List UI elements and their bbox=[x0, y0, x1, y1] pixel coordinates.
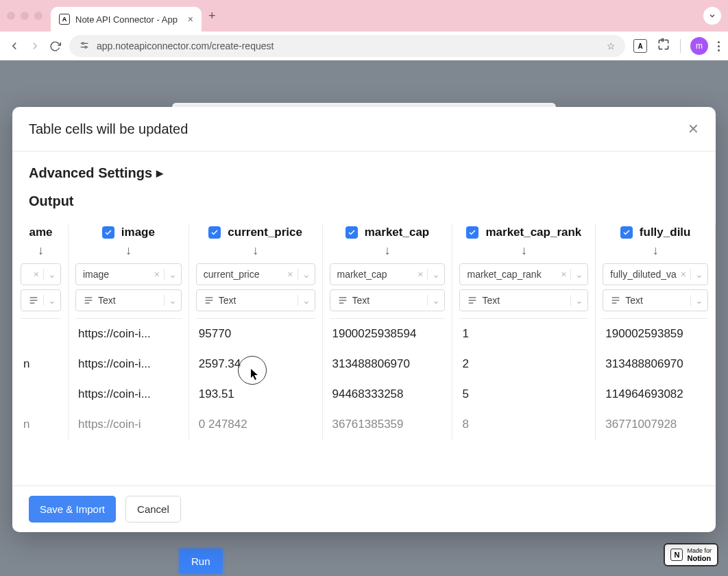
column-data: 1258 bbox=[459, 318, 588, 440]
type-select[interactable]: Text⌄ bbox=[459, 289, 588, 311]
advanced-settings-toggle[interactable]: Advanced Settings ▶ bbox=[29, 165, 699, 181]
new-tab-button[interactable]: + bbox=[208, 9, 216, 23]
chevron-down-icon[interactable]: ⌄ bbox=[427, 269, 440, 280]
chevron-down-icon[interactable]: ⌄ bbox=[43, 295, 56, 306]
close-window-icon[interactable] bbox=[7, 12, 15, 20]
column-checkbox[interactable] bbox=[620, 226, 633, 239]
caret-right-icon: ▶ bbox=[156, 168, 163, 178]
minimize-window-icon[interactable] bbox=[21, 12, 29, 20]
reload-button[interactable] bbox=[49, 40, 61, 52]
table-cell: 1900025938594 bbox=[330, 319, 446, 349]
table-cell: 0 247842 bbox=[196, 409, 315, 440]
advanced-settings-label: Advanced Settings bbox=[29, 165, 152, 181]
chevron-down-icon[interactable]: ⌄ bbox=[164, 269, 177, 280]
clear-icon[interactable]: × bbox=[557, 269, 570, 280]
url-text: app.noteapiconnector.com/create-request bbox=[97, 40, 600, 51]
column-header: current_price bbox=[208, 224, 302, 243]
notion-badge[interactable]: N Made for Notion bbox=[664, 543, 718, 566]
type-select[interactable]: Text⌄ bbox=[21, 289, 61, 311]
svg-rect-4 bbox=[662, 39, 664, 41]
tab-favicon-icon: A bbox=[59, 14, 70, 25]
save-import-button[interactable]: Save & Import bbox=[29, 496, 116, 523]
table-cell: 36771007928 bbox=[603, 409, 708, 440]
table-cell: 114964693082 bbox=[603, 379, 708, 409]
text-type-icon bbox=[28, 295, 39, 306]
page-background: Run N Made for Notion Table cells will b… bbox=[0, 60, 728, 576]
clear-icon[interactable]: × bbox=[677, 269, 690, 280]
output-table[interactable]: ame↓×⌄Text⌄nnimage↓image×⌄Text⌄https://c… bbox=[12, 224, 716, 485]
chevron-down-icon[interactable]: ⌄ bbox=[690, 269, 703, 280]
field-mapping-select[interactable]: image×⌄ bbox=[75, 263, 182, 285]
table-cell: 2597.34 bbox=[196, 349, 315, 379]
column-market_cap_rank: market_cap_rank↓market_cap_rank×⌄Text⌄12… bbox=[452, 224, 596, 440]
table-cell: 2 bbox=[459, 349, 588, 379]
close-icon[interactable]: ✕ bbox=[688, 121, 699, 137]
chevron-down-icon[interactable]: ⌄ bbox=[427, 295, 440, 306]
column-current_price: current_price↓current_price×⌄Text⌄957702… bbox=[189, 224, 323, 440]
browser-menu-icon[interactable] bbox=[718, 41, 720, 51]
select-value: image bbox=[83, 269, 150, 280]
table-cell: 36761385359 bbox=[330, 409, 446, 440]
field-mapping-select[interactable]: market_cap_rank×⌄ bbox=[459, 263, 588, 285]
chevron-down-icon[interactable]: ⌄ bbox=[570, 295, 583, 306]
column-header-label: image bbox=[121, 226, 155, 239]
column-checkbox[interactable] bbox=[345, 226, 358, 239]
address-bar[interactable]: app.noteapiconnector.com/create-request … bbox=[69, 35, 625, 57]
type-select[interactable]: Text⌄ bbox=[603, 289, 708, 311]
arrow-down-icon: ↓ bbox=[125, 243, 132, 258]
column-data: 1900025938594313488806970944683332583676… bbox=[330, 318, 446, 440]
chevron-down-icon[interactable]: ⌄ bbox=[298, 269, 311, 280]
select-value: Text bbox=[625, 295, 690, 306]
field-mapping-select[interactable]: ×⌄ bbox=[21, 263, 61, 285]
column-header: market_cap_rank bbox=[466, 224, 581, 243]
table-cell: 313488806970 bbox=[330, 349, 446, 379]
field-mapping-select[interactable]: current_price×⌄ bbox=[196, 263, 315, 285]
column-header: image bbox=[102, 224, 155, 243]
type-select[interactable]: Text⌄ bbox=[330, 289, 446, 311]
text-type-icon bbox=[467, 295, 478, 306]
column-header-label: market_cap_rank bbox=[485, 226, 581, 239]
field-mapping-select[interactable]: market_cap×⌄ bbox=[330, 263, 446, 285]
profile-avatar[interactable]: m bbox=[690, 37, 708, 55]
column-image: image↓image×⌄Text⌄https://coin-i...https… bbox=[69, 224, 189, 440]
browser-tab[interactable]: A Note API Connector - App × bbox=[51, 7, 202, 32]
forward-button[interactable] bbox=[29, 40, 41, 52]
type-select[interactable]: Text⌄ bbox=[75, 289, 182, 311]
site-settings-icon[interactable] bbox=[79, 40, 90, 53]
clear-icon[interactable]: × bbox=[413, 269, 427, 280]
chevron-down-icon[interactable]: ⌄ bbox=[298, 295, 311, 306]
table-cell: 5 bbox=[459, 379, 588, 409]
arrow-down-icon: ↓ bbox=[38, 243, 44, 258]
cancel-button[interactable]: Cancel bbox=[125, 496, 181, 523]
clear-icon[interactable]: × bbox=[283, 269, 297, 280]
extensions-menu-icon[interactable] bbox=[657, 38, 670, 54]
extension-icon[interactable]: A bbox=[633, 39, 647, 53]
back-button[interactable] bbox=[8, 40, 21, 52]
column-checkbox[interactable] bbox=[208, 226, 221, 239]
arrow-down-icon: ↓ bbox=[252, 243, 258, 258]
column-checkbox[interactable] bbox=[466, 226, 478, 239]
maximize-window-icon[interactable] bbox=[34, 12, 43, 20]
clear-icon[interactable]: × bbox=[150, 269, 164, 280]
modal-body: Advanced Settings ▶ Output ame↓×⌄Text⌄nn… bbox=[12, 152, 716, 485]
chevron-down-icon[interactable]: ⌄ bbox=[570, 269, 583, 280]
table-cell: 1 bbox=[459, 319, 588, 349]
clear-icon[interactable]: × bbox=[29, 269, 43, 280]
table-cell: https://coin-i bbox=[75, 409, 182, 440]
bookmark-icon[interactable]: ☆ bbox=[607, 40, 616, 51]
svg-point-3 bbox=[85, 46, 87, 48]
type-select[interactable]: Text⌄ bbox=[196, 289, 315, 311]
chevron-down-icon[interactable]: ⌄ bbox=[690, 295, 703, 306]
field-mapping-select[interactable]: fully_diluted_va×⌄ bbox=[603, 263, 708, 285]
tab-close-icon[interactable]: × bbox=[188, 14, 193, 25]
notion-logo-icon: N bbox=[670, 549, 683, 561]
run-button[interactable]: Run bbox=[179, 549, 223, 574]
tabs-dropdown-button[interactable] bbox=[703, 7, 721, 25]
arrow-down-icon: ↓ bbox=[384, 243, 390, 258]
table-cell: 190002593859 bbox=[603, 319, 708, 349]
chevron-down-icon[interactable]: ⌄ bbox=[164, 295, 177, 306]
update-cells-modal: Table cells will be updated ✕ Advanced S… bbox=[12, 107, 716, 532]
chevron-down-icon[interactable]: ⌄ bbox=[43, 269, 56, 280]
column-header: ame bbox=[29, 224, 52, 243]
column-checkbox[interactable] bbox=[102, 226, 114, 239]
